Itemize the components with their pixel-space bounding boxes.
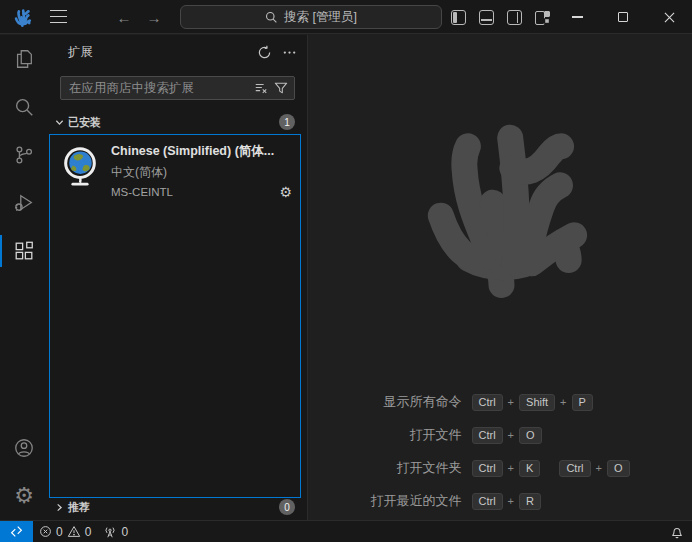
remote-indicator[interactable] [0,521,33,542]
shortcut-keys: Ctrl+Shift+P [472,394,630,411]
activity-bar: ⚙ [0,35,48,520]
manage-extension-gear-icon[interactable]: ⚙ [279,185,292,199]
keycap: Shift [519,394,555,411]
source-control-icon [13,144,35,166]
remote-icon [10,525,23,538]
editor-area: 显示所有命令Ctrl+Shift+P打开文件Ctrl+O打开文件夹Ctrl+KC… [308,35,692,520]
extensions-search-input[interactable]: 在应用商店中搜索扩展 [60,76,295,100]
shortcut-label: 打开最近的文件 [371,492,462,510]
keycap: O [519,427,542,444]
shortcut-label: 打开文件 [371,426,462,444]
search-text: 搜索 [管理员] [284,9,357,26]
refresh-icon[interactable] [257,45,272,60]
shortcut-label: 打开文件夹 [371,459,462,477]
warnings-count: 0 [85,525,92,539]
extensions-icon [13,240,35,262]
shortcut-keys: Ctrl+R [472,493,630,510]
sidebar-item-source-control[interactable] [0,131,48,179]
keycap: Ctrl [472,460,503,477]
errors-count: 0 [56,525,63,539]
more-actions-icon[interactable] [282,45,297,60]
radio-tower-icon [103,525,117,539]
minimize-button[interactable] [554,0,600,34]
notifications-bell-icon[interactable] [670,525,684,539]
extension-row-chinese-simplified[interactable]: Chinese (Simplified) (简体... 中文(简体) MS-CE… [50,135,300,207]
toggle-primary-sidebar-icon[interactable] [451,10,466,25]
keycap: Ctrl [559,460,590,477]
keycap: K [519,460,540,477]
ports-count: 0 [121,525,128,539]
sidebar-item-extensions[interactable] [0,227,48,275]
app-logo-icon [12,7,34,27]
extension-name: Chinese (Simplified) (简体... [111,143,292,160]
account-icon [13,437,35,459]
shortcut-keys: Ctrl+O [472,427,630,444]
keycap: Ctrl [472,394,503,411]
app-window: ← → 搜索 [管理员] [0,0,692,542]
title-bar: ← → 搜索 [管理员] [0,0,692,34]
search-icon [265,11,278,24]
close-button[interactable] [646,0,692,34]
ports-status[interactable]: 0 [97,521,134,542]
search-placeholder: 在应用商店中搜索扩展 [69,80,248,97]
toggle-secondary-sidebar-icon[interactable] [507,10,522,25]
command-center-search[interactable]: 搜索 [管理员] [180,5,442,29]
filter-icon[interactable] [274,81,288,95]
problems-status[interactable]: 0 0 [33,521,97,542]
errors-icon [39,525,52,538]
extension-info: Chinese (Simplified) (简体... 中文(简体) MS-CE… [111,143,292,199]
chevron-down-icon [54,117,64,127]
sidebar-item-search[interactable] [0,83,48,131]
close-icon [664,12,675,23]
keycap: Ctrl [472,427,503,444]
layout-controls [451,0,550,34]
shortcut-label: 显示所有命令 [371,393,462,411]
run-debug-icon [13,192,35,214]
customize-layout-icon[interactable] [535,10,550,25]
extension-globe-icon [59,145,101,187]
section-installed-label: 已安装 [68,115,275,130]
extensions-panel: 扩展 在应用商店中搜索扩展 已安装 1 [48,35,308,520]
keycap: R [519,493,541,510]
extensions-list: Chinese (Simplified) (简体... 中文(简体) MS-CE… [49,134,301,498]
search-icon [13,96,35,118]
section-recommended-label: 推荐 [68,500,275,515]
keycap: Ctrl [472,493,503,510]
shortcut-list: 显示所有命令Ctrl+Shift+P打开文件Ctrl+O打开文件夹Ctrl+KC… [308,393,692,510]
clear-search-icon[interactable] [254,81,268,95]
settings-button[interactable]: ⚙ [0,472,48,520]
maximize-button[interactable] [600,0,646,34]
panel-title: 扩展 [68,44,257,61]
back-arrow-icon[interactable]: ← [113,6,135,28]
toggle-panel-icon[interactable] [479,10,494,25]
window-controls [554,0,692,34]
warnings-icon [67,525,81,538]
keycap: O [607,460,630,477]
account-button[interactable] [0,424,48,472]
chevron-right-icon [54,502,64,512]
section-installed[interactable]: 已安装 1 [48,111,307,133]
watermark-coral-icon [408,103,608,298]
menu-icon[interactable] [50,10,67,23]
recommended-count-badge: 0 [279,499,295,515]
installed-count-badge: 1 [279,114,295,130]
section-recommended[interactable]: 推荐 0 [48,496,307,518]
sidebar-item-run-debug[interactable] [0,179,48,227]
extension-publisher: MS-CEINTL [111,186,173,198]
extension-description: 中文(简体) [111,164,292,181]
files-icon [13,48,35,70]
keycap: P [572,394,593,411]
sidebar-item-explorer[interactable] [0,35,48,83]
status-bar: 0 0 0 [0,520,692,542]
forward-arrow-icon[interactable]: → [143,6,165,28]
gear-icon: ⚙ [14,485,34,507]
panel-header: 扩展 [48,35,307,70]
shortcut-keys: Ctrl+KCtrl+O [472,460,630,477]
